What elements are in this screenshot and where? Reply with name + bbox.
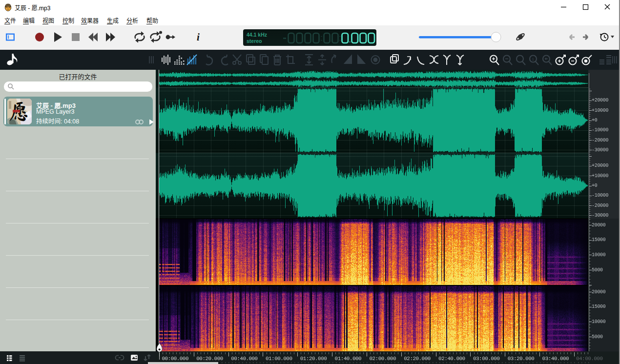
svg-text:1: 1 bbox=[532, 57, 535, 61]
svg-text:i: i bbox=[197, 31, 200, 43]
